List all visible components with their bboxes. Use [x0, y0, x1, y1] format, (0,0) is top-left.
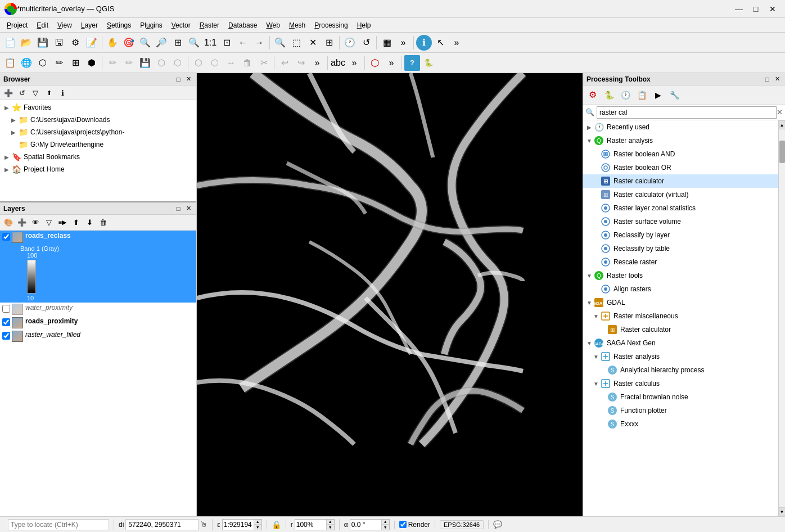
- layer-roads-proximity-checkbox[interactable]: [2, 318, 10, 326]
- edit-pencil2-button[interactable]: ✏: [121, 55, 137, 71]
- layer-movedown-button[interactable]: ⬇: [83, 216, 96, 228]
- extra-item[interactable]: S Exxxx: [583, 417, 778, 431]
- pan-map-button[interactable]: ✋: [105, 35, 120, 51]
- rotation-input[interactable]: [350, 520, 381, 530]
- scale-down-button[interactable]: ▼: [254, 525, 261, 530]
- rotation-down-button[interactable]: ▼: [382, 525, 389, 530]
- rescale-raster-item[interactable]: Rescale raster: [583, 255, 778, 269]
- select-button[interactable]: ⬚: [288, 35, 304, 51]
- browser-close-button[interactable]: ✕: [184, 75, 193, 84]
- raster-tools-group[interactable]: ▼ Q Raster tools: [583, 269, 778, 282]
- menu-plugins[interactable]: Plugins: [136, 20, 166, 30]
- move-feature-button[interactable]: ↔: [223, 55, 239, 71]
- close-button[interactable]: ✕: [765, 3, 781, 15]
- toolbox-history-button[interactable]: 🕐: [618, 88, 633, 102]
- saga-raster-analysis-group[interactable]: ▼ Raster analysis: [583, 350, 778, 363]
- align-rasters-item[interactable]: Align rasters: [583, 282, 778, 296]
- layer-filter-button[interactable]: ▽: [43, 216, 55, 228]
- toolbox-scroll-down-button[interactable]: ▼: [779, 507, 786, 516]
- zoom-in-button[interactable]: 🔍: [137, 35, 153, 51]
- new-project-button[interactable]: 📄: [2, 35, 18, 51]
- lock-icon[interactable]: 🔒: [272, 520, 281, 529]
- cut-features-button[interactable]: ✂: [256, 55, 272, 71]
- select-feature-button[interactable]: ⬡: [35, 55, 51, 71]
- layer-visible-button[interactable]: 👁: [29, 216, 42, 228]
- scale-up-button[interactable]: ▲: [254, 520, 261, 525]
- identify-button[interactable]: 🔍: [272, 35, 288, 51]
- menu-help[interactable]: Help: [353, 20, 376, 30]
- cursor-button[interactable]: ↖: [432, 35, 448, 51]
- edit-vertices2-button[interactable]: ⬡: [207, 55, 223, 71]
- zoom-full-button[interactable]: ⊞: [170, 35, 186, 51]
- browser-collapse-button[interactable]: ⬆: [43, 87, 55, 99]
- node-tool2-button[interactable]: ⬡: [170, 55, 186, 71]
- recently-used-item[interactable]: ▶ 🕐 Recently used: [583, 120, 778, 134]
- help-button[interactable]: ?: [404, 55, 420, 71]
- layer-water-proximity[interactable]: water_proximity: [0, 303, 196, 316]
- downloads-item[interactable]: ▶ 📁 C:\Users\ujava\Downloads: [0, 114, 196, 126]
- split-button[interactable]: ⊞: [67, 55, 83, 71]
- messages-button[interactable]: 💬: [493, 520, 502, 529]
- zoom-native-button[interactable]: 1:1: [202, 35, 218, 51]
- function-plotter-item[interactable]: S Function plotter: [583, 404, 778, 417]
- digitize-button[interactable]: 🌐: [19, 55, 34, 71]
- map-area[interactable]: [197, 73, 583, 516]
- toolbox-python-button[interactable]: 🐍: [602, 88, 616, 102]
- zoom-next-button[interactable]: →: [251, 35, 267, 51]
- layer-remove-button[interactable]: 🗑: [97, 216, 109, 228]
- zoom-layer-button[interactable]: 🔍: [186, 35, 202, 51]
- zoom-selection-button[interactable]: ⊡: [219, 35, 234, 51]
- tile-scale-button[interactable]: ▦: [379, 35, 395, 51]
- more-button-2[interactable]: »: [449, 35, 464, 51]
- edit-vertices-button[interactable]: ⬡: [191, 55, 206, 71]
- project-home-item[interactable]: ▶ 🏠 Project Home: [0, 163, 196, 175]
- settings-button[interactable]: ⚙: [67, 35, 83, 51]
- toolbox-close-button[interactable]: ✕: [773, 75, 782, 84]
- raster-analysis-group[interactable]: ▼ Q Raster analysis: [583, 134, 778, 147]
- scale-input[interactable]: [223, 520, 254, 530]
- menu-mesh[interactable]: Mesh: [285, 20, 310, 30]
- toolbox-search-input[interactable]: [597, 106, 777, 119]
- menu-database[interactable]: Database: [224, 20, 261, 30]
- browser-restore-button[interactable]: □: [174, 75, 183, 84]
- favorites-item[interactable]: ▶ ⭐ Favorites: [0, 101, 196, 114]
- menu-raster[interactable]: Raster: [195, 20, 224, 30]
- menu-view[interactable]: View: [53, 20, 76, 30]
- save-as-button[interactable]: 🖫: [51, 35, 67, 51]
- menu-layer[interactable]: Layer: [76, 20, 102, 30]
- toolbox-run-button[interactable]: ⚙: [585, 88, 600, 102]
- browser-filter-button[interactable]: ▽: [29, 87, 42, 99]
- menu-vector[interactable]: Vector: [167, 20, 195, 30]
- toolbox-scroll-thumb[interactable]: [779, 141, 785, 163]
- info-button[interactable]: ℹ: [416, 35, 432, 51]
- current-edits-button[interactable]: 📋: [2, 55, 18, 71]
- spatial-bookmarks-item[interactable]: ▶ 🔖 Spatial Bookmarks: [0, 151, 196, 163]
- maximize-button[interactable]: □: [748, 3, 764, 15]
- toolbox-restore-button[interactable]: □: [763, 75, 772, 84]
- reclassify-layer-item[interactable]: Reclassify by layer: [583, 228, 778, 242]
- coordinates-input[interactable]: [125, 519, 198, 530]
- menu-project[interactable]: Project: [2, 20, 32, 30]
- add-field-button[interactable]: 📝: [84, 35, 100, 51]
- delete-selected-button[interactable]: 🗑: [240, 55, 255, 71]
- gdal-raster-calculator-item[interactable]: ⊞ Raster calculator: [583, 323, 778, 336]
- browser-refresh-button[interactable]: ↺: [16, 87, 28, 99]
- raster-boolean-and-item[interactable]: Raster boolean AND: [583, 147, 778, 161]
- layer-raster-water-filled-checkbox[interactable]: [2, 332, 10, 340]
- browser-add-button[interactable]: ➕: [2, 87, 15, 99]
- hexagon-button[interactable]: ⬡: [367, 55, 383, 71]
- reclassify-table-item[interactable]: Reclassify by table: [583, 242, 778, 255]
- edit-pencil-button[interactable]: ✏: [105, 55, 120, 71]
- epsg-badge[interactable]: EPSG:32646: [440, 520, 484, 529]
- zoom-down-button[interactable]: ▼: [327, 525, 334, 530]
- pan-to-selection-button[interactable]: 🎯: [121, 35, 137, 51]
- more-tools-button[interactable]: »: [395, 35, 411, 51]
- toolbox-results-button[interactable]: 📋: [634, 88, 649, 102]
- menu-settings[interactable]: Settings: [102, 20, 136, 30]
- zoom-prev-button[interactable]: ←: [235, 35, 251, 51]
- search-clear-button[interactable]: ✕: [777, 108, 783, 116]
- render-checkbox[interactable]: [399, 521, 407, 528]
- redo-button[interactable]: ↪: [293, 55, 309, 71]
- layer-moveup-button[interactable]: ⬆: [70, 216, 82, 228]
- open-project-button[interactable]: 📂: [19, 35, 34, 51]
